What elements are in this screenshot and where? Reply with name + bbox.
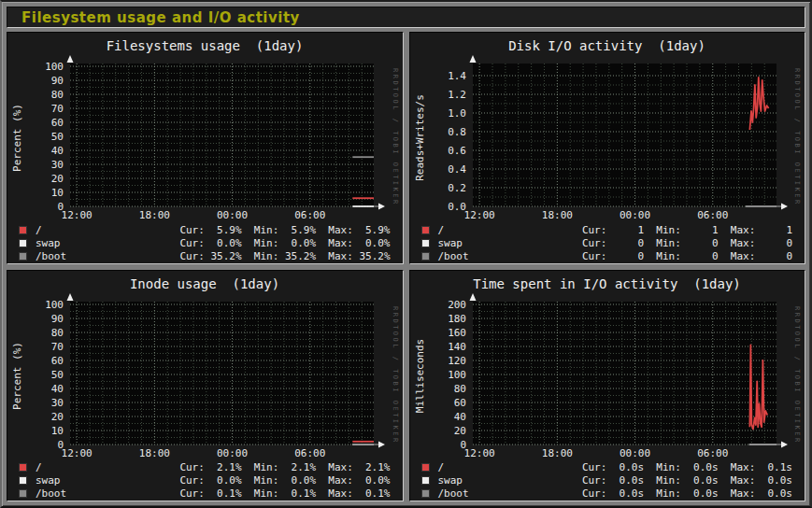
y-tick-label: 50 [51,368,64,380]
min-label: Min: [254,250,279,262]
max-label: Max: [731,224,756,236]
max-label: Max: [328,224,353,236]
cur-value: 0 [613,237,644,249]
y-tick-label: 80 [453,382,465,394]
legend-series-name: swap [438,474,582,487]
graph-title: Inode usage (1day) [7,276,402,291]
y-axis-arrow [67,293,74,301]
max-value: 0.1% [359,487,390,500]
cur-value: 0.1% [210,487,241,500]
y-tick-label: 120 [448,354,466,366]
legend-row: /boot Cur:35.2% Min:35.2% Max:35.2% [7,249,403,262]
legend-stats: Cur:5.9% Min:5.9% Max:5.9% [179,224,390,236]
legend-stats: Cur:0 Min:0 Max:0 [582,237,792,249]
y-tick-label: 30 [51,159,64,171]
legend-row: /boot Cur:0 Min:0 Max:0 [410,249,805,262]
cur-value: 35.2% [210,250,241,262]
y-tick-label: 0.2 [448,182,466,194]
min-value: 0.0s [687,487,718,500]
max-label: Max: [731,250,756,262]
y-tick-label: 0.4 [448,163,466,176]
y-tick-label: 160 [448,326,466,338]
max-label: Max: [731,487,756,500]
legend-series-name: /boot [438,250,582,262]
legend-series-name: /boot [36,487,179,500]
cur-value: 0.0% [210,237,241,249]
legend-stats: Cur:35.2% Min:35.2% Max:35.2% [179,250,390,262]
legend-row: /boot Cur:0.1% Min:0.1% Max:0.1% [7,487,403,501]
legend-series-name: swap [438,237,582,249]
panel-inode-usage: Inode usage (1day) 010203040506070809010… [7,270,404,502]
legend-stats: Cur:0.0s Min:0.0s Max:0.0s [582,474,792,487]
disk-io-activity-chart: 0.00.20.40.60.81.01.21.412:0018:0000:000… [410,33,805,219]
y-tick-label: 40 [51,382,64,394]
y-tick-label: 70 [51,340,64,352]
max-label: Max: [731,237,756,249]
cur-value: 0.0s [613,461,644,473]
min-label: Min: [254,474,279,487]
y-tick-label: 60 [51,354,64,366]
legend-row: swap Cur:0.0% Min:0.0% Max:0.0% [7,474,403,487]
graph-title: Time spent in I/O activity (1day) [410,276,805,291]
y-tick-label: 50 [51,131,64,143]
max-label: Max: [328,237,353,249]
legend-stats: Cur:0 Min:0 Max:0 [582,250,792,262]
legend-series-name: / [36,461,179,473]
cur-label: Cur: [179,224,205,236]
x-tick-label: 12:00 [62,209,93,219]
y-tick-label: 90 [51,75,64,87]
min-value: 0 [687,250,718,262]
cur-label: Cur: [582,237,607,249]
inode-usage-chart: 010203040506070809010012:0018:0000:0006:… [7,271,402,458]
min-value: 1 [687,224,718,236]
y-tick-label: 100 [448,368,466,380]
min-label: Min: [656,224,681,236]
min-label: Min: [656,487,681,500]
cur-label: Cur: [179,237,205,249]
x-tick-label: 00:00 [217,209,248,219]
min-value: 0.0% [285,237,316,249]
cur-label: Cur: [582,461,607,473]
graph-title: Disk I/O activity (1day) [410,38,805,53]
time-spent-io-chart: 02040608010012014016018020012:0018:0000:… [410,271,805,458]
max-value: 0.0s [762,474,792,487]
y-tick-label: 90 [51,312,64,324]
x-tick-label: 00:00 [217,447,248,458]
y-tick-label: 10 [51,187,64,199]
y-tick-label: 80 [51,326,64,338]
min-value: 0.0% [285,474,316,487]
cur-label: Cur: [179,250,205,262]
x-tick-label: 00:00 [619,209,649,219]
cur-label: Cur: [179,474,205,487]
cur-value: 0.0s [613,487,644,500]
max-value: 2.1% [359,461,390,473]
legend-series-name: /boot [438,487,582,500]
y-axis-arrow [469,55,476,63]
x-tick-label: 18:00 [541,209,572,219]
charts-grid: Filesystems usage (1day) 010203040506070… [7,32,805,501]
legend-swatch [421,239,430,247]
max-label: Max: [328,474,353,487]
min-label: Min: [656,461,681,473]
legend-row: swap Cur:0.0% Min:0.0% Max:0.0% [7,236,403,249]
window-title: Filesystem usage and I/O activity [21,9,300,26]
legend-stats: Cur:0.0% Min:0.0% Max:0.0% [179,474,390,487]
legend-stats: Cur:2.1% Min:2.1% Max:2.1% [179,461,390,473]
y-tick-label: 20 [51,410,64,422]
y-axis-title: Percent (%) [11,104,23,172]
legend-row: / Cur:0.0s Min:0.0s Max:0.1s [410,461,805,474]
max-label: Max: [328,487,353,500]
cur-value: 5.9% [210,224,241,236]
y-axis-title: Percent (%) [11,342,23,410]
legend-swatch [19,252,27,261]
cur-value: 0 [613,250,644,262]
legend-swatch [19,463,27,472]
min-value: 35.2% [285,250,316,262]
max-value: 0.0% [359,474,390,487]
y-tick-label: 40 [453,410,465,422]
legend-swatch [421,476,430,485]
cur-label: Cur: [179,461,205,473]
legend: / Cur:1 Min:1 Max:1 swap Cur:0 Min:0 Max… [410,223,805,262]
max-label: Max: [731,474,756,487]
x-axis-arrow [378,441,385,447]
